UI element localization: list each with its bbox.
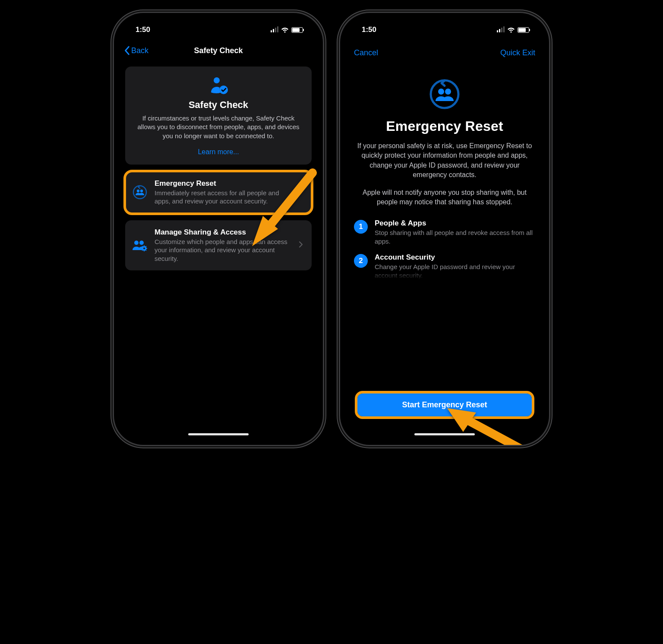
svg-line-15 (142, 250, 143, 251)
back-label: Back (131, 46, 148, 55)
intro-body: If circumstances or trust levels change,… (133, 114, 304, 140)
svg-point-8 (143, 247, 145, 249)
nav-title: Safety Check (194, 46, 243, 55)
notch (408, 13, 481, 28)
quick-exit-button[interactable]: Quick Exit (500, 48, 535, 57)
svg-point-6 (139, 241, 144, 245)
step-body: Change your Apple ID password and review… (375, 263, 535, 279)
phone-left: 1:50 Back Safety Check (114, 13, 323, 445)
chevron-left-icon (124, 46, 130, 55)
svg-line-17 (267, 173, 313, 229)
step-number: 2 (354, 254, 368, 268)
step-title: Account Security (375, 253, 535, 262)
svg-point-1 (219, 86, 228, 94)
person-shield-icon (133, 76, 304, 95)
svg-point-0 (214, 77, 220, 83)
hero-paragraph: If your personal safety is at risk, use … (357, 141, 533, 180)
notch (182, 13, 255, 28)
safety-check-intro-card: Safety Check If circumstances or trust l… (125, 67, 312, 165)
svg-line-22 (465, 419, 521, 445)
cancel-button[interactable]: Cancel (354, 48, 378, 57)
svg-point-3 (137, 190, 139, 192)
home-indicator[interactable] (188, 433, 249, 435)
svg-point-20 (438, 89, 444, 95)
step-account-security: 2 Account Security Change your Apple ID … (354, 253, 535, 279)
emergency-reset-icon (131, 184, 148, 200)
svg-line-14 (146, 250, 147, 251)
svg-point-2 (133, 186, 146, 199)
annotation-arrow (243, 168, 317, 251)
svg-point-21 (445, 89, 451, 95)
battery-icon (291, 27, 303, 33)
step-body: Stop sharing with all people and revoke … (375, 228, 535, 245)
wifi-icon (507, 27, 515, 33)
people-gear-icon (131, 239, 148, 252)
cellular-icon (271, 27, 278, 32)
phone-right: 1:50 Cancel Quick Exit (340, 13, 549, 445)
svg-point-4 (140, 190, 143, 192)
step-title: People & Apps (375, 219, 535, 228)
nav-bar: Cancel Quick Exit (346, 41, 543, 65)
nav-bar: Back Safety Check (120, 41, 317, 60)
step-number: 1 (354, 220, 368, 234)
step-people-apps: 1 People & Apps Stop sharing with all pe… (354, 219, 535, 245)
annotation-arrow (439, 404, 526, 445)
svg-line-16 (146, 246, 147, 247)
status-time: 1:50 (136, 25, 150, 34)
back-button[interactable]: Back (124, 46, 148, 55)
intro-heading: Safety Check (133, 99, 304, 111)
svg-line-13 (142, 246, 143, 247)
hero-paragraph: Apple will not notify anyone you stop sh… (357, 188, 533, 207)
learn-more-link[interactable]: Learn more... (198, 148, 239, 156)
battery-icon (518, 27, 529, 33)
cellular-icon (497, 27, 505, 32)
svg-point-5 (134, 241, 139, 245)
hero-heading: Emergency Reset (357, 118, 533, 134)
emergency-reset-hero-icon (357, 78, 533, 111)
wifi-icon (281, 27, 289, 33)
status-time: 1:50 (362, 25, 376, 34)
